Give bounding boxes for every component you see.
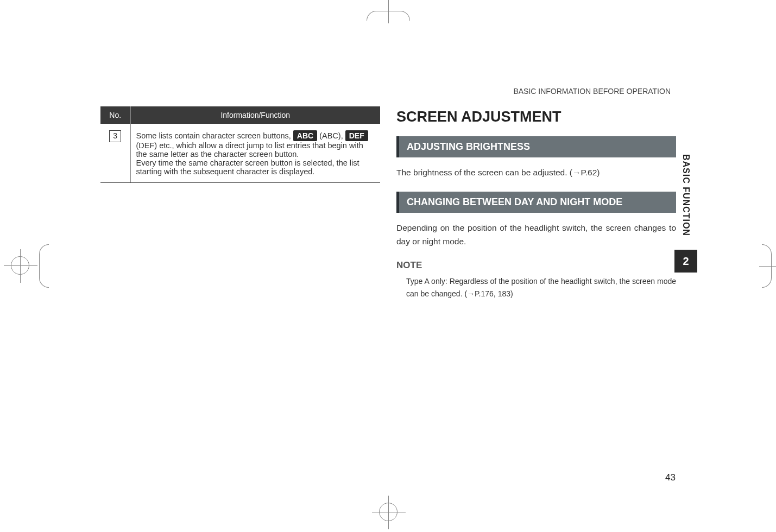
- crop-mark-top: [367, 11, 410, 21]
- cell-text-1: Some lists contain character screen butt…: [136, 131, 293, 140]
- col-header-no: No.: [100, 106, 130, 124]
- running-header: BASIC INFORMATION BEFORE OPERATION: [100, 87, 676, 96]
- def-button-label: DEF: [345, 130, 368, 141]
- page-content: BASIC INFORMATION BEFORE OPERATION No. I…: [100, 87, 676, 300]
- row-number-box: 3: [109, 130, 121, 142]
- page-title: SCREEN ADJUSTMENT: [396, 109, 676, 125]
- note-heading: NOTE: [396, 260, 676, 271]
- abc-button-label: ABC: [293, 130, 317, 141]
- right-column: SCREEN ADJUSTMENT ADJUSTING BRIGHTNESS T…: [396, 106, 676, 300]
- chapter-tab: 2 BASIC FUNCTION: [674, 124, 697, 236]
- cell-text-3: (DEF) etc., which allow a direct jump to…: [136, 141, 363, 159]
- info-table: No. Information/Function 3 Some lists co…: [100, 106, 380, 183]
- left-column: No. Information/Function 3 Some lists co…: [100, 106, 380, 300]
- col-header-info: Information/Function: [130, 106, 380, 124]
- brightness-body: The brightness of the screen can be adju…: [396, 166, 676, 180]
- day-night-body: Depending on the position of the headlig…: [396, 221, 676, 249]
- section-day-night-mode: CHANGING BETWEEN DAY AND NIGHT MODE: [396, 192, 676, 213]
- table-row: 3 Some lists contain character screen bu…: [100, 124, 380, 183]
- crop-mark-left: [4, 244, 53, 288]
- crop-mark-right: [762, 244, 772, 288]
- page-number: 43: [665, 472, 676, 483]
- section-adjusting-brightness: ADJUSTING BRIGHTNESS: [396, 136, 676, 157]
- table-header-row: No. Information/Function: [100, 106, 380, 124]
- crop-mark-bottom: [379, 503, 398, 521]
- note-body: Type A only: Regardless of the position …: [396, 275, 676, 300]
- cell-text-4: Every time the same character screen but…: [136, 159, 359, 176]
- chapter-number-tab: 2: [674, 250, 697, 273]
- row-info-cell: Some lists contain character screen butt…: [130, 124, 380, 183]
- chapter-title-tab: BASIC FUNCTION: [681, 154, 691, 236]
- cell-text-2: (ABC),: [317, 131, 345, 140]
